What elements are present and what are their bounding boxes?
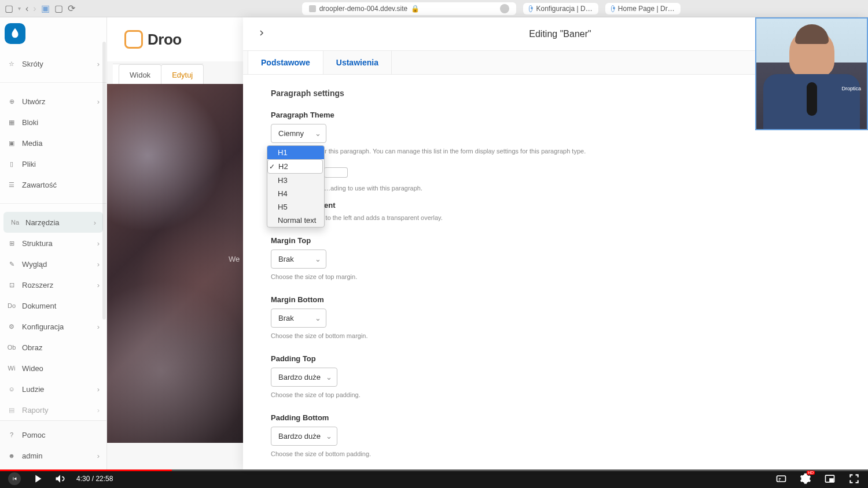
current-time: 4:30 bbox=[76, 475, 90, 483]
field-margin-top: Margin Top Brak ⌄ Choose the size of top… bbox=[271, 236, 840, 280]
drawer-tab-basic[interactable]: Podstawowe bbox=[248, 51, 323, 74]
sidebar-logo[interactable] bbox=[0, 17, 106, 50]
dropdown-option-h1[interactable]: H1 bbox=[267, 146, 324, 159]
field-label: Padding Top bbox=[271, 354, 840, 363]
help-text: Choose the size of bottom margin. bbox=[271, 332, 840, 339]
chevron-right-icon: › bbox=[97, 60, 100, 68]
sidebar-item-blocks[interactable]: ▦ Bloki bbox=[0, 112, 106, 133]
dropdown-option-normal[interactable]: Normal text bbox=[267, 214, 324, 227]
dropdown-option-h5[interactable]: H5 bbox=[267, 200, 324, 214]
sidebar-item-shortcuts[interactable]: ☆ Skróty › bbox=[0, 53, 106, 74]
tab-label: Home Page | Dr… bbox=[618, 5, 675, 13]
captions-button[interactable] bbox=[775, 473, 787, 485]
select-margin-bottom[interactable]: Brak ⌄ bbox=[271, 309, 326, 328]
heading-dropdown[interactable]: H1 H2 H3 H4 H5 Normal text bbox=[267, 145, 325, 228]
sidebar-item-content[interactable]: ☰ Zawartość bbox=[0, 174, 106, 195]
main-frame: ☆ Skróty › ⊕ Utwórz › ▦ Bloki ▣ Media ▯ … bbox=[0, 17, 868, 469]
report-icon: ▤ bbox=[7, 405, 16, 414]
site-logo[interactable]: Droo bbox=[124, 30, 182, 49]
field-label: ent bbox=[324, 201, 840, 210]
scrollbar-thumb[interactable] bbox=[102, 42, 106, 320]
shield-icon[interactable]: ▣ bbox=[41, 3, 50, 14]
url-text: droopler-demo-004.ddev.site bbox=[319, 5, 408, 13]
sidebar-toggle-icon[interactable]: ▢ bbox=[5, 3, 13, 14]
sidebar-item-obraz[interactable]: Ob Obraz bbox=[0, 337, 106, 358]
forward-icon[interactable]: › bbox=[33, 3, 36, 14]
help-icon: ? bbox=[7, 430, 16, 439]
people-icon: ☺ bbox=[7, 384, 16, 394]
time-display: 4:30 / 22:58 bbox=[76, 475, 113, 483]
sidebar-item-admin[interactable]: ☻ admin › bbox=[0, 445, 106, 466]
sidebar-item-configuration[interactable]: ⚙ Konfiguracja › bbox=[0, 316, 106, 337]
sidebar-item-document[interactable]: Do Dokument bbox=[0, 295, 106, 316]
window-icon[interactable]: ▢ bbox=[54, 3, 63, 14]
chevron-right-icon: › bbox=[94, 218, 96, 227]
plus-icon: ⊕ bbox=[7, 97, 16, 106]
help-text: Moves the text to the left and adds a tr… bbox=[282, 214, 840, 221]
sidebar-item-structure[interactable]: ⊞ Struktura › bbox=[0, 233, 106, 254]
chevron-right-icon: › bbox=[97, 452, 100, 460]
select-theme[interactable]: Ciemny ⌄ bbox=[271, 124, 326, 143]
lock-icon: 🔒 bbox=[411, 5, 420, 13]
chevron-right-icon: › bbox=[97, 260, 100, 269]
field-overlay-fragment: ent Moves the text to the left and adds … bbox=[271, 201, 840, 221]
chevron-down-icon: ⌄ bbox=[315, 129, 321, 138]
back-icon[interactable]: ‹ bbox=[25, 3, 28, 14]
tab-edit[interactable]: Edytuj bbox=[161, 64, 204, 85]
help-text: Choose a theme for this paragraph. You c… bbox=[271, 148, 840, 155]
drawer-back-button[interactable] bbox=[257, 28, 266, 40]
sidebar-item-media[interactable]: ▣ Media bbox=[0, 133, 106, 153]
webcam-badge: Droptica bbox=[841, 86, 861, 91]
dropdown-option-h2[interactable]: H2 bbox=[267, 159, 323, 174]
reload-icon[interactable]: ⟳ bbox=[68, 3, 75, 14]
progress-track[interactable] bbox=[0, 469, 868, 471]
image-icon: ▣ bbox=[7, 138, 16, 148]
sidebar-bottom: ? Pomoc ☻ admin › bbox=[0, 420, 106, 469]
volume-button[interactable] bbox=[54, 473, 66, 485]
tab-view[interactable]: Widok bbox=[119, 64, 161, 85]
miniplayer-button[interactable] bbox=[824, 473, 836, 485]
sidebar-item-label: Dokument bbox=[22, 302, 56, 310]
logo-text: Droo bbox=[148, 31, 182, 49]
sidebar-item-label: Wideo bbox=[22, 364, 43, 373]
sidebar-item-label: Media bbox=[22, 139, 42, 148]
help-text: Choose the size of bottom padding. bbox=[271, 450, 840, 457]
fullscreen-button[interactable] bbox=[848, 473, 860, 485]
sidebar-item-reports[interactable]: ▤ Raporty › bbox=[0, 399, 106, 420]
chevron-down-icon[interactable]: ▾ bbox=[18, 5, 21, 12]
play-button[interactable] bbox=[31, 472, 44, 485]
select-value: Bardzo duże bbox=[278, 432, 321, 441]
dropdown-option-h4[interactable]: H4 bbox=[267, 187, 324, 200]
sidebar-item-people[interactable]: ☺ Ludzie › bbox=[0, 379, 106, 399]
tree-icon: ⊞ bbox=[7, 239, 16, 248]
address-bar[interactable]: droopler-demo-004.ddev.site 🔒 bbox=[302, 2, 516, 15]
sidebar-item-extend[interactable]: ⊡ Rozszerz › bbox=[0, 274, 106, 295]
select-margin-top[interactable]: Brak ⌄ bbox=[271, 249, 326, 269]
drawer-tab-settings[interactable]: Ustawienia bbox=[323, 51, 392, 74]
sidebar-item-files[interactable]: ▯ Pliki bbox=[0, 153, 106, 174]
dropdown-option-h3[interactable]: H3 bbox=[267, 174, 324, 187]
sidebar-item-help[interactable]: ? Pomoc bbox=[0, 424, 106, 445]
select-padding-top[interactable]: Bardzo duże ⌄ bbox=[271, 368, 337, 387]
prev-button[interactable] bbox=[8, 472, 21, 485]
chevron-right-icon: › bbox=[97, 281, 100, 289]
sidebar-item-create[interactable]: ⊕ Utwórz › bbox=[0, 91, 106, 112]
reader-icon[interactable] bbox=[500, 4, 509, 13]
sidebar-item-wideo[interactable]: Wi Wideo bbox=[0, 358, 106, 379]
text-icon: Na bbox=[10, 218, 20, 227]
chevron-down-icon: ⌄ bbox=[326, 373, 332, 381]
sidebar-item-tools[interactable]: Na Narzędzia › bbox=[3, 212, 103, 233]
select-padding-bottom[interactable]: Bardzo duże ⌄ bbox=[271, 427, 337, 446]
select-heading-edge[interactable] bbox=[324, 167, 348, 178]
text-icon: Do bbox=[7, 301, 16, 310]
settings-button[interactable]: HD bbox=[800, 473, 811, 485]
content-preview: We bbox=[107, 84, 243, 443]
browser-tab-2[interactable]: Home Page | Dr… bbox=[605, 3, 681, 14]
webcam-face bbox=[789, 29, 834, 78]
drawer-body: Paragraph settings Paragraph Theme Ciemn… bbox=[243, 75, 868, 467]
logo-mark-icon bbox=[124, 30, 143, 49]
field-padding-top: Padding Top Bardzo duże ⌄ Choose the siz… bbox=[271, 354, 840, 398]
svg-rect-0 bbox=[777, 476, 786, 482]
browser-tab-1[interactable]: Konfiguracja | D… bbox=[523, 3, 598, 14]
sidebar-item-appearance[interactable]: ✎ Wygląd › bbox=[0, 254, 106, 274]
